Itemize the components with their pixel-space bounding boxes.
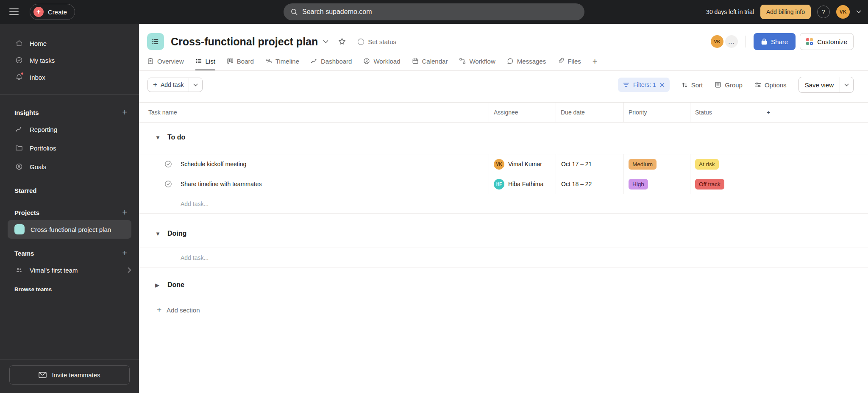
column-header-task-name[interactable]: Task name	[139, 103, 489, 122]
insights-title: Insights	[14, 109, 39, 116]
tab-messages[interactable]: Messages	[507, 53, 546, 70]
search-input[interactable]: Search supademo.com	[284, 3, 584, 20]
column-header-due-date[interactable]: Due date	[556, 103, 624, 122]
collapse-chevron-icon[interactable]: ▼	[155, 231, 160, 237]
add-column-button[interactable]: +	[758, 103, 868, 122]
add-billing-button[interactable]: Add billing info	[760, 5, 811, 19]
due-date-cell[interactable]: Oct 17 – 21	[556, 154, 624, 174]
share-button[interactable]: Share	[754, 33, 796, 50]
add-task-chevron-down-icon[interactable]	[189, 78, 202, 92]
priority-cell[interactable]: Medium	[624, 154, 690, 174]
sidebar-item-team[interactable]: Vimal's first team	[0, 261, 139, 279]
column-header-status[interactable]: Status	[690, 103, 758, 122]
tab-workflow[interactable]: Workflow	[459, 53, 495, 70]
sort-icon	[682, 82, 688, 88]
star-icon[interactable]	[338, 37, 346, 46]
priority-badge: High	[629, 179, 648, 190]
section-header-done[interactable]: ▶ Done	[139, 275, 868, 295]
group-button[interactable]: Group	[715, 81, 743, 89]
user-avatar[interactable]: VK	[836, 5, 850, 19]
table-row[interactable]: Share timeline with teammates HF Hiba Fa…	[139, 174, 868, 194]
sidebar-item-project-cross-functional[interactable]: Cross-functional project plan	[8, 220, 131, 239]
section-title: Done	[167, 281, 184, 289]
add-task-label: Add task	[161, 81, 184, 88]
tab-timeline[interactable]: Timeline	[265, 53, 299, 70]
project-label: Cross-functional project plan	[31, 226, 111, 233]
sidebar-item-reporting[interactable]: Reporting	[0, 120, 139, 139]
add-insight-button[interactable]: +	[122, 108, 127, 117]
more-members-button[interactable]: …	[725, 35, 738, 48]
tab-workload[interactable]: Workload	[363, 53, 400, 70]
sort-button[interactable]: Sort	[682, 81, 703, 89]
sidebar-item-goals[interactable]: Goals	[0, 157, 139, 176]
create-button[interactable]: + Create	[30, 4, 75, 20]
add-team-button[interactable]: +	[122, 249, 127, 257]
add-section-label: Add section	[167, 307, 200, 314]
lock-icon	[761, 38, 767, 45]
assignee-cell[interactable]: VK Vimal Kumar	[489, 154, 556, 174]
customize-button[interactable]: Customize	[800, 33, 854, 50]
assignee-cell[interactable]: HF Hiba Fathima	[489, 174, 556, 194]
column-header-assignee[interactable]: Assignee	[489, 103, 556, 122]
status-cell[interactable]: Off track	[690, 174, 758, 194]
save-view-split-button[interactable]: Save view	[798, 77, 854, 93]
collapse-chevron-icon[interactable]: ▼	[155, 134, 160, 141]
sidebar-toggle-icon[interactable]	[9, 8, 19, 15]
sidebar-item-portfolios[interactable]: Portfolios	[0, 139, 139, 157]
title-chevron-down-icon[interactable]	[323, 40, 328, 44]
add-project-button[interactable]: +	[122, 208, 127, 217]
tab-dashboard[interactable]: Dashboard	[311, 53, 352, 70]
filters-chip[interactable]: Filters: 1	[618, 78, 670, 92]
status-badge: At risk	[695, 159, 719, 170]
tab-files[interactable]: Files	[557, 53, 581, 70]
tab-overview[interactable]: Overview	[147, 53, 184, 70]
customize-label: Customize	[817, 38, 847, 45]
member-avatar[interactable]: VK	[711, 35, 723, 48]
invite-teammates-button[interactable]: Invite teammates	[9, 365, 130, 385]
project-color-icon	[14, 224, 25, 234]
main-content: Cross-functional project plan Set status…	[139, 24, 868, 393]
home-icon	[14, 39, 24, 48]
account-chevron-down-icon[interactable]	[856, 10, 861, 14]
section-header-doing[interactable]: ▼ Doing	[139, 224, 868, 243]
column-header-priority[interactable]: Priority	[624, 103, 690, 122]
team-icon	[14, 265, 24, 275]
plus-icon: +	[33, 7, 44, 17]
options-button[interactable]: Options	[754, 81, 787, 89]
sidebar-spacer	[0, 295, 139, 359]
tab-calendar[interactable]: Calendar	[412, 53, 448, 70]
sidebar-item-label: Reporting	[30, 126, 57, 133]
add-task-split-button[interactable]: + Add task	[147, 78, 203, 92]
doing-task-rows: Add task...	[139, 248, 868, 268]
due-date-cell[interactable]: Oct 18 – 22	[556, 174, 624, 194]
help-button[interactable]: ?	[817, 6, 830, 18]
add-section-button[interactable]: + Add section	[139, 301, 868, 319]
add-task-row[interactable]: Add task...	[139, 248, 868, 268]
set-status-button[interactable]: Set status	[357, 38, 396, 45]
sidebar-item-inbox[interactable]: Inbox	[0, 69, 139, 86]
my-tasks-icon	[14, 56, 24, 65]
sidebar: Home My tasks Inbox Insights +	[0, 24, 139, 393]
tab-list[interactable]: List	[195, 53, 215, 70]
table-row[interactable]: Schedule kickoff meeting VK Vimal Kumar …	[139, 154, 868, 174]
section-header-todo[interactable]: ▼ To do	[139, 128, 868, 147]
team-chevron-right-icon[interactable]	[128, 267, 131, 273]
add-task-row[interactable]: Add task...	[139, 194, 868, 214]
expand-chevron-icon[interactable]: ▶	[155, 282, 160, 288]
starred-section-header[interactable]: Starred	[0, 183, 139, 198]
task-check-icon[interactable]	[164, 180, 172, 188]
set-status-label: Set status	[368, 38, 396, 45]
clear-filters-close-icon[interactable]	[660, 83, 665, 87]
save-view-label: Save view	[799, 81, 840, 89]
tab-board[interactable]: Board	[227, 53, 254, 70]
task-check-icon[interactable]	[164, 160, 172, 168]
sidebar-item-home[interactable]: Home	[0, 35, 139, 52]
status-cell[interactable]: At risk	[690, 154, 758, 174]
save-view-chevron-down-icon[interactable]	[840, 77, 853, 92]
browse-teams-link[interactable]: Browse teams	[0, 283, 139, 295]
priority-cell[interactable]: High	[624, 174, 690, 194]
create-button-label: Create	[48, 8, 67, 16]
sidebar-item-my-tasks[interactable]: My tasks	[0, 52, 139, 69]
add-tab-button[interactable]: +	[593, 57, 598, 67]
empty-cell	[758, 154, 868, 174]
